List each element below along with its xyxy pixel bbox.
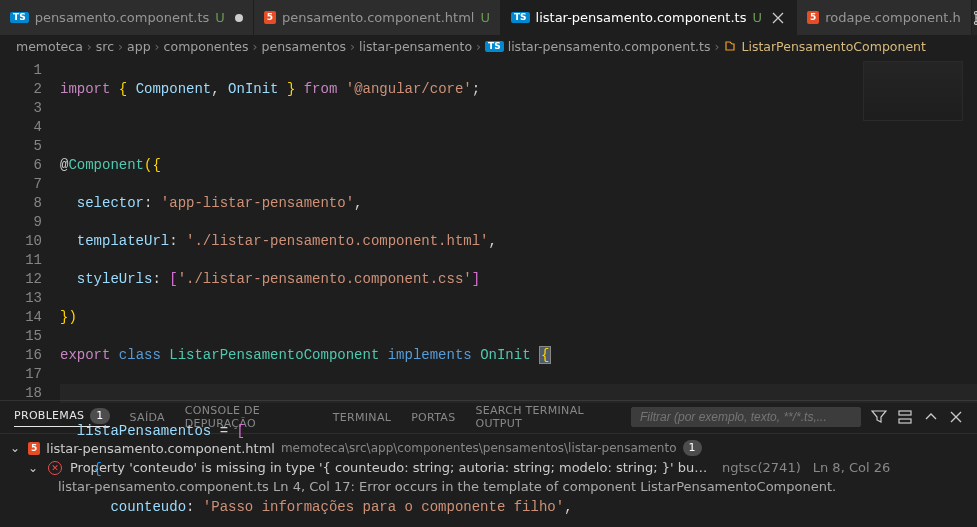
ts-icon: TS [10, 12, 29, 23]
crumb-file[interactable]: listar-pensamento.component.ts [508, 39, 711, 54]
compare-changes-icon[interactable] [972, 10, 977, 26]
crumb[interactable]: memoteca [16, 39, 83, 54]
chevron-right-icon: › [253, 39, 258, 54]
crumb[interactable]: componentes [164, 39, 249, 54]
tab-listar-pensamento-ts[interactable]: TS listar-pensamento.component.ts U [501, 0, 797, 35]
ts-icon: TS [485, 41, 504, 52]
chevron-right-icon: › [87, 39, 92, 54]
code-editor[interactable]: 123456789101112131415161718 import { Com… [0, 57, 977, 400]
tab-actions: ··· [972, 10, 977, 26]
html-icon: 5 [807, 11, 819, 24]
tab-git-status: U [480, 10, 490, 25]
ts-icon: TS [511, 12, 530, 23]
minimap[interactable] [863, 61, 963, 121]
crumb[interactable]: src [96, 39, 114, 54]
chevron-down-icon[interactable]: ⌄ [10, 441, 22, 455]
chevron-down-icon[interactable]: ⌄ [28, 461, 40, 475]
crumb[interactable]: pensamentos [262, 39, 347, 54]
breadcrumb[interactable]: memoteca› src› app› componentes› pensame… [0, 35, 977, 57]
crumb[interactable]: listar-pensamento [359, 39, 472, 54]
tab-modified-dot [235, 14, 243, 22]
crumb-symbol[interactable]: ListarPensamentoComponent [741, 39, 925, 54]
chevron-right-icon: › [476, 39, 481, 54]
html-icon: 5 [28, 442, 40, 455]
tab-label: pensamento.component.ts [35, 10, 210, 25]
chevron-right-icon: › [714, 39, 719, 54]
tab-git-status: U [752, 10, 762, 25]
code-content[interactable]: import { Component, OnInit } from '@angu… [60, 57, 977, 400]
line-number-gutter: 123456789101112131415161718 [0, 57, 60, 400]
chevron-right-icon: › [350, 39, 355, 54]
crumb[interactable]: app [127, 39, 151, 54]
html-icon: 5 [264, 11, 276, 24]
tab-label: listar-pensamento.component.ts [536, 10, 747, 25]
chevron-right-icon: › [118, 39, 123, 54]
tab-pensamento-html[interactable]: 5 pensamento.component.html U [254, 0, 501, 35]
class-icon [723, 39, 737, 53]
tab-git-status: U [215, 10, 225, 25]
tab-pensamento-ts[interactable]: TS pensamento.component.ts U [0, 0, 254, 35]
tab-rodape-html[interactable]: 5 rodape.component.h [797, 0, 972, 35]
chevron-right-icon: › [155, 39, 160, 54]
tab-label: rodape.component.h [825, 10, 961, 25]
editor-tab-bar: TS pensamento.component.ts U 5 pensament… [0, 0, 977, 35]
close-icon[interactable] [770, 10, 786, 26]
tab-label: pensamento.component.html [282, 10, 474, 25]
